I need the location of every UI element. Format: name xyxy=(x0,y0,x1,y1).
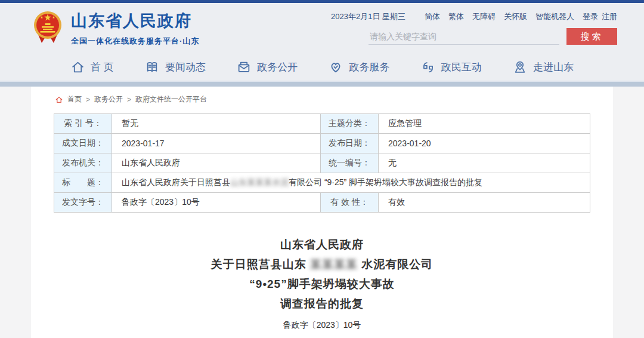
meta-label-written-date: 成文日期： xyxy=(54,134,112,153)
site-slogan: 全国一体化在线政务服务平台·山东 xyxy=(71,36,199,47)
breadcrumb-item-home[interactable]: 首页 xyxy=(67,94,82,105)
meta-label-publish-date: 发布日期： xyxy=(321,134,379,153)
nav-label: 首 页 xyxy=(91,60,114,74)
site-title: 山东省人民政府 xyxy=(71,10,199,32)
title-redacted-text: 山东某某某水泥 xyxy=(230,177,289,188)
meta-value-unified-number: 无 xyxy=(379,153,590,173)
document-title-line4: 调查报告的批复 xyxy=(31,294,613,314)
content-card: 首页 > 政务公开 > 政府文件统一公开平台 索 引 号： 暂无 主题分类： 应… xyxy=(31,87,613,338)
meta-value-publish-date: 2023-01-20 xyxy=(379,134,590,153)
title-prefix: 山东省人民政府关于日照莒县 xyxy=(122,177,230,188)
meta-value-doc-number: 鲁政字〔2023〕10号 xyxy=(112,193,321,213)
meta-value-written-date: 2023-01-17 xyxy=(112,134,321,153)
document-title-line2: 关于日照莒县山东 某某某某 水泥有限公司 xyxy=(31,254,613,274)
link-care-version[interactable]: 关怀版 xyxy=(504,11,527,22)
page-background: 首页 > 政务公开 > 政府文件统一公开平台 索 引 号： 暂无 主题分类： 应… xyxy=(0,87,644,338)
map-pin-icon xyxy=(512,60,528,75)
nav-divider-strip xyxy=(0,81,644,87)
document-meta-table: 索 引 号： 暂无 主题分类： 应急管理 成文日期： 2023-01-17 发布… xyxy=(54,113,590,213)
title-suffix: 有限公司 “9·25” 脚手架坍塌较大事故调查报告的批复 xyxy=(289,177,482,188)
link-simplified[interactable]: 简体 xyxy=(425,11,440,22)
link-smart-robot[interactable]: 智能机器人 xyxy=(535,11,574,22)
title-line2-redacted-text: 某某某某 xyxy=(310,258,358,271)
breadcrumb: 首页 > 政务公开 > 政府文件统一公开平台 xyxy=(55,94,613,105)
meta-label-index-number: 索 引 号： xyxy=(54,114,112,134)
meta-label-topic-category: 主题分类： xyxy=(321,114,379,134)
title-line2-suffix: 水泥有限公司 xyxy=(361,258,433,271)
topbar-links: 2023年2月1日 星期三 简体 繁体 无障碍 关怀版 智能机器人 登录 注册 xyxy=(331,11,617,22)
breadcrumb-item-disclosure[interactable]: 政务公开 xyxy=(94,94,123,105)
book-icon xyxy=(144,60,160,75)
document-title-line3: “9•25”脚手架坍塌较大事故 xyxy=(31,274,613,294)
link-accessibility[interactable]: 无障碍 xyxy=(472,11,496,22)
nav-item-news[interactable]: 要闻动态 xyxy=(144,60,206,75)
meta-label-unified-number: 统一编号： xyxy=(321,153,379,173)
meta-value-validity: 有效 xyxy=(379,193,590,213)
link-register[interactable]: 注册 xyxy=(602,11,617,22)
current-date: 2023年2月1日 星期三 xyxy=(331,11,405,22)
document-number: 鲁政字〔2023〕10号 xyxy=(31,320,613,331)
document-title-line1: 山东省人民政府 xyxy=(31,235,613,254)
meta-value-topic-category: 应急管理 xyxy=(379,114,590,134)
site-logo[interactable]: 山东省人民政府 全国一体化在线政务服务平台·山东 xyxy=(33,10,199,47)
search-button[interactable]: 搜索 xyxy=(566,28,617,45)
chat-icon xyxy=(420,60,436,75)
nav-item-gov-disclosure[interactable]: 政务公开 xyxy=(236,60,298,75)
nav-item-interaction[interactable]: 政民互动 xyxy=(420,60,482,75)
main-nav: 首 页 要闻动态 政务公开 政务服务 xyxy=(0,53,644,81)
nav-label: 要闻动态 xyxy=(165,60,206,74)
meta-label-issuing-agency: 发布机关： xyxy=(54,153,112,173)
nav-item-about-shandong[interactable]: 走进山东 xyxy=(512,60,574,75)
nav-label: 政务服务 xyxy=(349,60,389,74)
document-title-block: 山东省人民政府 关于日照莒县山东 某某某某 水泥有限公司 “9•25”脚手架坍塌… xyxy=(31,235,613,331)
heart-icon xyxy=(328,60,343,75)
nav-label: 政民互动 xyxy=(441,60,482,74)
meta-label-doc-number: 发文字号： xyxy=(54,193,112,213)
nav-label: 政务公开 xyxy=(257,60,298,74)
breadcrumb-separator: > xyxy=(127,96,131,104)
title-line2-prefix: 关于日照莒县山东 xyxy=(211,258,306,271)
meta-label-validity: 有 效 性： xyxy=(321,193,379,213)
national-emblem-icon xyxy=(33,10,63,47)
meta-label-title: 标 题： xyxy=(54,173,112,193)
breadcrumb-home-icon xyxy=(55,96,63,104)
home-icon xyxy=(70,60,85,75)
nav-label: 走进山东 xyxy=(533,60,574,74)
link-login[interactable]: 登录 xyxy=(583,11,598,22)
breadcrumb-separator: > xyxy=(86,96,90,104)
envelope-icon xyxy=(236,60,252,75)
breadcrumb-item-current: 政府文件统一公开平台 xyxy=(135,94,207,105)
meta-value-title: 山东省人民政府关于日照莒县 山东某某某水泥 有限公司 “9·25” 脚手架坍塌较… xyxy=(112,173,590,193)
link-traditional[interactable]: 繁体 xyxy=(448,11,464,22)
meta-value-issuing-agency: 山东省人民政府 xyxy=(112,153,321,173)
meta-value-index-number: 暂无 xyxy=(112,114,321,134)
search-input[interactable] xyxy=(369,29,559,45)
site-header: 山东省人民政府 全国一体化在线政务服务平台·山东 2023年2月1日 星期三 简… xyxy=(0,3,644,53)
nav-item-gov-services[interactable]: 政务服务 xyxy=(328,60,389,75)
nav-item-home[interactable]: 首 页 xyxy=(70,60,114,75)
